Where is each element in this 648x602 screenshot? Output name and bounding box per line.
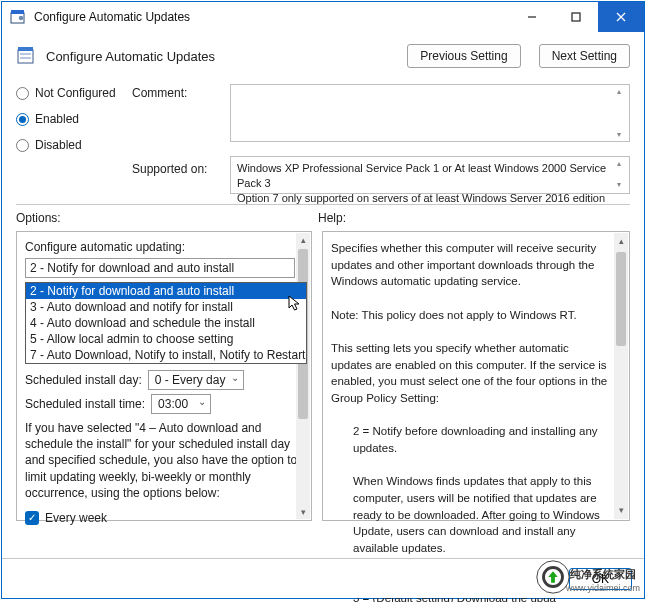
every-week-label: Every week [45,511,107,525]
options-description: If you have selected "4 – Auto download … [25,420,301,501]
help-label: Help: [318,211,630,225]
comment-label: Comment: [132,84,222,100]
bottom-bar: OK 纯净系统家园 www.yidaimei.com [2,558,644,598]
previous-setting-button[interactable]: Previous Setting [407,44,520,68]
options-label: Options: [16,211,318,225]
select-value: 2 - Notify for download and auto install [30,261,234,275]
sched-time-select[interactable]: 03:00 [151,394,211,414]
radio-enabled[interactable]: Enabled [16,112,124,126]
comment-textarea[interactable]: ▴▾ [230,84,630,142]
state-radio-group: Not Configured Enabled Disabled [16,84,124,152]
scroll-down-icon[interactable]: ▾ [301,505,306,519]
scrollbar[interactable]: ▴▾ [617,87,627,139]
radio-icon [16,113,29,126]
dropdown-item[interactable]: 5 - Allow local admin to choose setting [26,331,306,347]
app-icon [10,9,26,25]
options-lower: Scheduled install day: 0 - Every day Sch… [25,370,311,525]
help-text: Specifies whether this computer will rec… [331,240,611,602]
titlebar: Configure Automatic Updates [2,2,644,32]
help-scrollbar[interactable]: ▴ ▾ [614,233,628,519]
scroll-up-icon[interactable]: ▴ [619,233,624,250]
svg-rect-10 [20,57,31,59]
dropdown-item[interactable]: 4 - Auto download and schedule the insta… [26,315,306,331]
scheduled-install-time-row: Scheduled install time: 03:00 [25,394,297,414]
help-panel: Specifies whether this computer will rec… [322,231,630,521]
next-setting-button[interactable]: Next Setting [539,44,630,68]
top-section: Not Configured Enabled Disabled Comment:… [16,84,630,194]
watermark-text: 纯净系统家园 www.yidaimei.com [566,568,640,594]
radio-label: Enabled [35,112,79,126]
radio-not-configured[interactable]: Not Configured [16,86,124,100]
dropdown-item[interactable]: 2 - Notify for download and auto install [26,283,306,299]
dropdown-item[interactable]: 7 - Auto Download, Notify to install, No… [26,347,306,363]
svg-rect-9 [20,53,31,55]
panels-row: Configure automatic updating: 2 - Notify… [16,231,630,521]
radio-disabled[interactable]: Disabled [16,138,124,152]
svg-rect-8 [18,47,33,51]
configure-updating-label: Configure automatic updating: [25,240,311,254]
sched-time-label: Scheduled install time: [25,397,145,411]
header-row: Configure Automatic Updates Previous Set… [16,44,630,68]
policy-icon [16,45,36,67]
options-scrollbar[interactable]: ▴ ▾ [296,233,310,519]
radio-label: Not Configured [35,86,116,100]
scroll-thumb[interactable] [616,252,626,346]
mouse-cursor-icon [288,295,302,316]
scheduled-install-day-row: Scheduled install day: 0 - Every day [25,370,297,390]
svg-rect-4 [572,13,580,21]
radio-label: Disabled [35,138,82,152]
supported-text: Windows XP Professional Service Pack 1 o… [237,162,606,204]
radio-icon [16,139,29,152]
svg-rect-1 [11,10,24,14]
page-heading: Configure Automatic Updates [46,49,389,64]
sched-day-select[interactable]: 0 - Every day [148,370,245,390]
panels-header: Options: Help: [16,211,630,225]
svg-rect-7 [18,50,33,63]
scrollbar[interactable]: ▴▾ [617,159,627,191]
supported-on-label: Supported on: [132,160,222,176]
window-root: Configure Automatic Updates Configure Au… [1,1,645,599]
scroll-up-icon[interactable]: ▴ [301,233,306,247]
close-button[interactable] [598,2,644,32]
scroll-down-icon[interactable]: ▾ [619,502,624,519]
configure-updating-select[interactable]: 2 - Notify for download and auto install [25,258,295,278]
radio-icon [16,87,29,100]
window-buttons [510,2,644,32]
configure-updating-dropdown: 2 - Notify for download and auto install… [25,282,307,364]
svg-point-2 [19,16,23,20]
dropdown-item[interactable]: 3 - Auto download and notify for install [26,299,306,315]
content-area: Configure Automatic Updates Previous Set… [2,32,644,531]
maximize-button[interactable] [554,2,598,32]
supported-on-text: Windows XP Professional Service Pack 1 o… [230,156,630,194]
options-panel: Configure automatic updating: 2 - Notify… [16,231,312,521]
top-fields-col: ▴▾ Windows XP Professional Service Pack … [230,84,630,194]
top-labels-col: Comment: Supported on: [132,84,222,176]
window-title: Configure Automatic Updates [34,10,510,24]
sched-day-label: Scheduled install day: [25,373,142,387]
checkbox-checked-icon [25,511,39,525]
every-week-row[interactable]: Every week [25,511,297,525]
minimize-button[interactable] [510,2,554,32]
